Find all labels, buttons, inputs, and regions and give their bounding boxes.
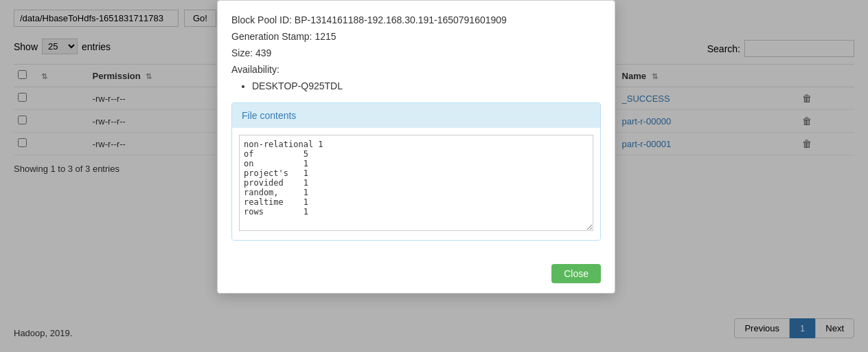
generation-stamp: Generation Stamp: 1215 <box>231 31 601 42</box>
file-contents-textarea[interactable] <box>239 135 593 231</box>
file-contents-section: File contents <box>231 102 601 241</box>
modal-dialog: Block Pool ID: BP-1314161188-192.168.30.… <box>217 0 615 294</box>
availability-list: DESKTOP-Q925TDL <box>231 80 601 91</box>
block-pool-id: Block Pool ID: BP-1314161188-192.168.30.… <box>231 14 601 25</box>
modal-overlay: Block Pool ID: BP-1314161188-192.168.30.… <box>0 0 868 352</box>
modal-info: Block Pool ID: BP-1314161188-192.168.30.… <box>231 14 601 91</box>
modal-body: Block Pool ID: BP-1314161188-192.168.30.… <box>218 1 615 254</box>
page-wrapper: Go! 📁 ⬆ 📄 Show 10 25 50 100 entries <box>0 0 868 352</box>
availability-host: DESKTOP-Q925TDL <box>252 80 601 91</box>
size: Size: 439 <box>231 47 601 58</box>
availability-label: Availability: <box>231 64 601 75</box>
close-button[interactable]: Close <box>551 264 601 283</box>
file-contents-body <box>232 128 600 240</box>
modal-footer: Close <box>218 254 615 293</box>
file-contents-header: File contents <box>232 103 600 128</box>
